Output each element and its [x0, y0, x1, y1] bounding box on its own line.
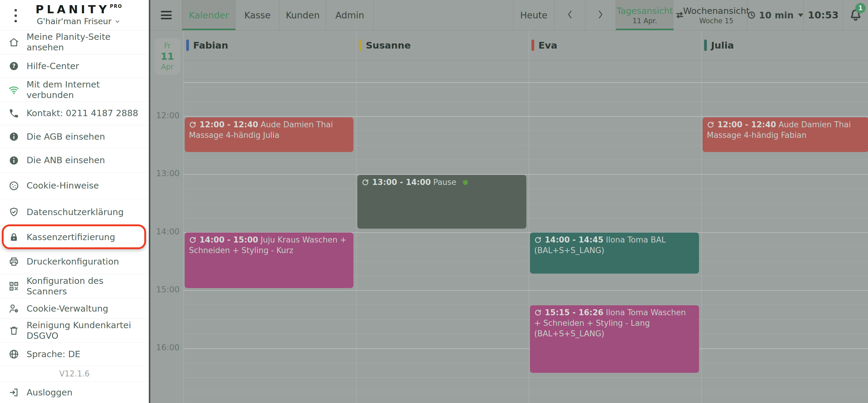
staff-header: Eva — [529, 30, 702, 51]
recurring-icon — [534, 309, 542, 316]
sidebar-item-label: Cookie-Verwaltung — [27, 303, 108, 314]
sidebar-item-label: Datenschutzerklärung — [27, 207, 124, 217]
home-icon — [8, 36, 20, 48]
staff-header: Susanne — [356, 30, 529, 51]
printer-icon — [8, 256, 20, 268]
prev-day-button[interactable] — [554, 0, 585, 30]
recurring-icon — [189, 236, 196, 244]
current-time: 10:53 — [803, 0, 843, 30]
tab-kasse[interactable]: Kasse — [236, 0, 279, 30]
lock-icon — [8, 231, 20, 243]
hamburger-menu-button[interactable] — [150, 0, 182, 30]
hour-label: 16:00 — [150, 343, 180, 352]
event-title: Pause — [433, 178, 456, 187]
date-month: Apr — [161, 63, 174, 71]
sidebar-item-label: Sprache: DE — [27, 349, 80, 360]
sidebar-item-label: Druckerkonfiguration — [27, 257, 119, 267]
event-time: 14:00 - 14:45 — [545, 235, 603, 244]
notifications-button[interactable]: 1 — [843, 0, 868, 30]
staff-color-bar — [359, 39, 362, 51]
qr-scanner-icon — [8, 280, 20, 292]
interval-dropdown[interactable]: 10 min — [747, 0, 803, 30]
chevron-right-icon — [597, 9, 604, 21]
topbar: Kalender Kasse Kunden Admin Heute Tagesa… — [150, 0, 868, 30]
globe-icon — [8, 348, 20, 360]
week-view-button[interactable]: Wochenansicht Woche 15 — [686, 0, 747, 30]
staff-color-bar — [531, 39, 534, 51]
sidebar-item-label: Mit dem Internet verbunden — [27, 79, 141, 100]
sidebar-item-label: Ausloggen — [27, 387, 72, 398]
appointment-julia-1200[interactable]: 12:00 - 12:40Aude Damien Thai Massage 4-… — [703, 117, 868, 152]
day-view-button[interactable]: Tagesansicht 11 Apr. — [616, 0, 674, 30]
sidebar-item-reinigung-kundenkartei[interactable]: Reinigung Kundenkartei DSGVO — [0, 318, 149, 342]
user-gear-icon — [8, 303, 20, 314]
date-weekday: Fr — [164, 42, 171, 49]
appointment-eva-1400[interactable]: 14:00 - 14:45Ilona Toma BAL (BAL+S+S_LAN… — [530, 233, 699, 274]
tab-kalender[interactable]: Kalender — [182, 0, 236, 30]
hour-label: 12:00 — [150, 111, 180, 120]
sidebar-item-ausloggen[interactable]: Ausloggen — [0, 381, 149, 403]
sidebar-item-datenschutz[interactable]: Datenschutzerklärung — [0, 199, 149, 225]
sidebar-item-internet-status[interactable]: Mit dem Internet verbunden — [0, 78, 149, 101]
staff-color-bar — [186, 39, 189, 51]
salon-switcher[interactable]: G'hair'man Friseur — [37, 16, 121, 26]
sidebar-item-kontakt[interactable]: Kontakt: 0211 4187 2888 — [0, 101, 149, 125]
recurring-icon — [707, 121, 714, 129]
appointment-fabian-1200[interactable]: 12:00 - 12:40Aude Damien Thai Massage 4-… — [185, 117, 353, 152]
date-day: 11 — [161, 52, 174, 61]
kebab-menu-icon[interactable] — [10, 9, 22, 22]
today-button[interactable]: Heute — [513, 0, 554, 30]
tab-admin[interactable]: Admin — [326, 0, 374, 30]
sidebar-item-scanner-konfiguration[interactable]: Konfiguration des Scanners — [0, 274, 149, 298]
logo-pro-suffix: PRO — [110, 4, 122, 9]
event-time: 14:00 - 15:00 — [199, 235, 258, 244]
green-apple-icon — [461, 178, 470, 187]
staff-name: Julia — [711, 40, 734, 51]
chevron-down-icon — [114, 18, 121, 25]
recurring-icon — [362, 178, 369, 186]
tab-label: Kalender — [189, 10, 229, 21]
phone-icon — [8, 107, 20, 120]
day-view-date: 11 Apr. — [632, 17, 657, 25]
sidebar-menu: Meine Planity-Seite ansehen ? Hilfe-Cent… — [0, 30, 149, 403]
header-divider — [184, 60, 868, 61]
sidebar-item-cookie-hinweise[interactable]: Cookie-Hinweise — [0, 172, 149, 199]
week-view-week-number: Woche 15 — [699, 17, 734, 25]
sidebar: PLANITYPRO G'hair'man Friseur Meine Plan… — [0, 0, 149, 403]
notification-badge: 1 — [855, 3, 866, 13]
event-time: 15:15 - 16:26 — [545, 308, 603, 317]
staff-color-bar — [704, 39, 707, 51]
sidebar-item-hilfe-center[interactable]: ? Hilfe-Center — [0, 54, 149, 78]
sidebar-item-agb[interactable]: Die AGB einsehen — [0, 125, 149, 148]
sidebar-item-anb[interactable]: Die ANB einsehen — [0, 148, 149, 172]
appointment-eva-1515[interactable]: 15:15 - 16:26Ilona Toma Waschen + Schnei… — [530, 305, 699, 373]
trash-icon — [8, 325, 20, 337]
app-version: V12.1.6 — [0, 366, 149, 381]
week-view-label: Wochenansicht — [683, 6, 749, 16]
tab-label: Kunden — [286, 10, 320, 21]
day-view-label: Tagesansicht — [617, 6, 673, 16]
sidebar-item-kassenzertifizierung[interactable]: Kassenzertifizierung — [0, 225, 149, 249]
help-icon: ? — [8, 60, 20, 72]
staff-name: Fabian — [193, 40, 228, 51]
wifi-icon — [8, 84, 20, 96]
sidebar-item-cookie-verwaltung[interactable]: Cookie-Verwaltung — [0, 298, 149, 318]
info-icon — [8, 155, 20, 167]
event-time: 12:00 - 12:40 — [717, 120, 776, 129]
sidebar-item-meine-planity-seite[interactable]: Meine Planity-Seite ansehen — [0, 30, 149, 54]
sidebar-item-label: Hilfe-Center — [27, 61, 79, 71]
appointment-fabian-1400[interactable]: 14:00 - 15:00Juju Kraus Waschen + Schnei… — [185, 233, 353, 288]
sidebar-item-sprache[interactable]: Sprache: DE — [0, 342, 149, 366]
salon-name: G'hair'man Friseur — [37, 16, 112, 26]
caret-down-icon — [798, 13, 803, 17]
sidebar-header: PLANITYPRO G'hair'man Friseur — [0, 0, 149, 30]
appointment-susanne-pause[interactable]: 13:00 - 14:00Pause — [357, 175, 526, 229]
hour-label: 13:00 — [150, 169, 180, 178]
sidebar-item-druckerkonfiguration[interactable]: Druckerkonfiguration — [0, 249, 149, 274]
hamburger-icon — [161, 11, 172, 19]
calendar-grid: Fabian Susanne Eva Julia 12:00 - 12:40Au… — [184, 30, 868, 403]
next-day-button[interactable] — [585, 0, 616, 30]
sidebar-edge-divider — [149, 0, 150, 403]
sidebar-item-label: Meine Planity-Seite ansehen — [27, 32, 141, 53]
tab-kunden[interactable]: Kunden — [279, 0, 326, 30]
